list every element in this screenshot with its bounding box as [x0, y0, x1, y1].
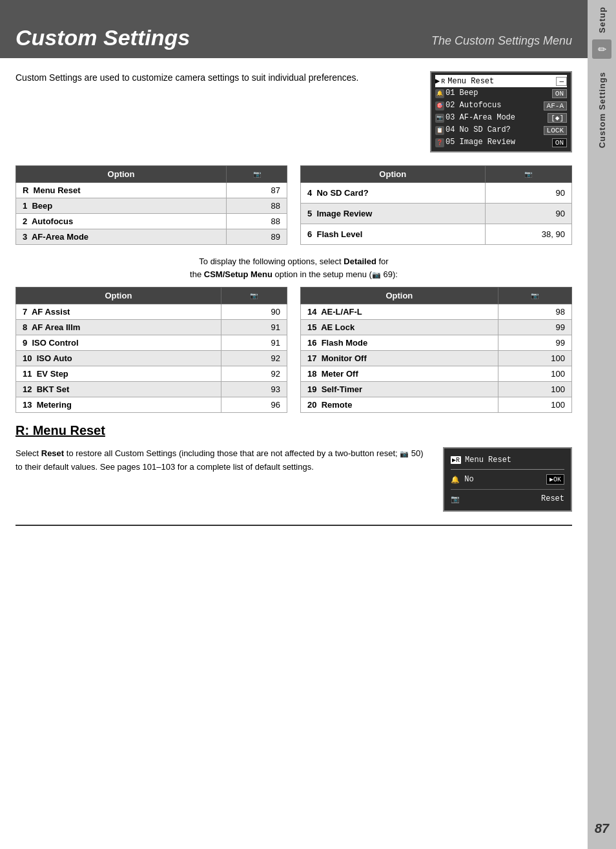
table-row: 1 Beep 88 — [16, 198, 287, 214]
table-row: 8 AF Area Illm 91 — [16, 320, 287, 335]
t3r6-option: 12 BKT Set — [16, 382, 221, 397]
t4r5-page: 100 — [498, 366, 571, 382]
t4r2-option: 15 AE Lock — [301, 320, 498, 335]
intro-section: Custom Settings are used to customize ca… — [15, 71, 572, 152]
t4r1-page: 98 — [498, 304, 571, 320]
table-row: 16 Flash Mode 99 — [301, 335, 572, 351]
section-divider — [15, 525, 572, 526]
table-row: 7 AF Assist 90 — [16, 304, 287, 320]
table3-header-icon: 📷 — [221, 288, 287, 304]
tables-row-1: Option 📷 R Menu Reset 87 1 Beep 88 2 Aut — [15, 165, 572, 245]
table2-row1-option: 4 No SD Card? — [301, 183, 486, 204]
table1-header-icon: 📷 — [227, 166, 287, 183]
table-row: 15 AE Lock 99 — [301, 320, 572, 335]
t3r5-option: 11 EV Step — [16, 366, 221, 382]
t3r7-option: 13 Metering — [16, 397, 221, 413]
table2-row2-option: 5 Image Review — [301, 204, 486, 224]
option-table-1: Option 📷 R Menu Reset 87 1 Beep 88 2 Aut — [15, 165, 287, 245]
table-row: 12 BKT Set 93 — [16, 382, 287, 397]
reset-menu-reset-row: 📷 Reset — [451, 492, 564, 505]
table4-header-option: Option — [301, 288, 498, 304]
t4r6-page: 100 — [498, 382, 571, 397]
t3r2-page: 91 — [221, 320, 287, 335]
reset-menu-no-row: 🔔 No ▶OK — [451, 472, 564, 487]
t3r4-option: 10 ISO Auto — [16, 351, 221, 366]
option-table-4: Option 📷 14 AE-L/AF-L 98 15 AE Lock 99 1… — [300, 287, 572, 413]
table-row: 20 Remote 100 — [301, 397, 572, 413]
t3r5-page: 92 — [221, 366, 287, 382]
page-subtitle: The Custom Settings Menu — [431, 34, 572, 50]
t3r6-page: 93 — [221, 382, 287, 397]
camera-menu-row-3: 📷03 AF-Area Mode [◆] — [435, 112, 567, 124]
t4r4-page: 100 — [498, 351, 571, 366]
table-row: 17 Monitor Off 100 — [301, 351, 572, 366]
table-row: 10 ISO Auto 92 — [16, 351, 287, 366]
right-sidebar: Setup ✏ Custom Settings 87 — [588, 0, 616, 849]
reset-menu-title-row: ▶R Menu Reset — [451, 454, 564, 466]
menu-reset-section: Select Reset to restore all Custom Setti… — [15, 447, 572, 512]
option-table-2: Option 📷 4 No SD Card? 90 5 Image Review… — [300, 165, 572, 245]
page-number: 87 — [595, 821, 609, 836]
table-row: 2 Autofocus 88 — [16, 214, 287, 229]
t4r1-option: 14 AE-L/AF-L — [301, 304, 498, 320]
table-row: 13 Metering 96 — [16, 397, 287, 413]
table-row: 14 AE-L/AF-L 98 — [301, 304, 572, 320]
sidebar-setup-label: Setup — [597, 6, 607, 33]
camera-menu-row-0: ▶RMenu Reset — — [435, 75, 567, 87]
table1-row3-option: 2 Autofocus — [16, 214, 227, 229]
table-row: 19 Self-Timer 100 — [301, 382, 572, 397]
t4r3-option: 16 Flash Mode — [301, 335, 498, 351]
table1-row4-page: 89 — [227, 229, 287, 245]
table1-row1-page: 87 — [227, 183, 287, 198]
sidebar-custom-label: Custom Settings — [597, 72, 607, 148]
camera-menu-row-4: 📋04 No SD Card? LOCK — [435, 124, 567, 136]
table4-header-icon: 📷 — [498, 288, 571, 304]
table-row: 9 ISO Control 91 — [16, 335, 287, 351]
t3r3-option: 9 ISO Control — [16, 335, 221, 351]
table1-row3-page: 88 — [227, 214, 287, 229]
menu-reset-heading: R: Menu Reset — [15, 423, 572, 441]
camera-menu-display: ▶RMenu Reset — 🔔01 Beep ON 🎯02 Autofocus… — [430, 71, 572, 152]
t4r7-page: 100 — [498, 397, 571, 413]
option-table-3: Option 📷 7 AF Assist 90 8 AF Area Illm 9… — [15, 287, 287, 413]
table1-header-option: Option — [16, 166, 227, 183]
reset-no-label: No — [460, 475, 474, 484]
t3r4-page: 92 — [221, 351, 287, 366]
reset-menu-display: ▶R Menu Reset 🔔 No ▶OK 📷 Reset — [443, 447, 572, 512]
t4r7-option: 20 Remote — [301, 397, 498, 413]
table2-row3-option: 6 Flash Level — [301, 224, 486, 245]
t4r6-option: 19 Self-Timer — [301, 382, 498, 397]
table2-row1-page: 90 — [485, 183, 571, 204]
intro-text: Custom Settings are used to customize ca… — [15, 71, 417, 85]
table-row: 18 Meter Off 100 — [301, 366, 572, 382]
detailed-description: To display the following options, select… — [15, 255, 572, 280]
t4r3-page: 99 — [498, 335, 571, 351]
page-title: Custom Settings — [15, 25, 190, 50]
pencil-icon: ✏ — [592, 39, 611, 59]
table2-header-option: Option — [301, 166, 486, 183]
tables-row-2: Option 📷 7 AF Assist 90 8 AF Area Illm 9… — [15, 287, 572, 413]
camera-menu-row-1: 🔔01 Beep ON — [435, 87, 567, 100]
menu-reset-text: Select Reset to restore all Custom Setti… — [15, 447, 430, 474]
t3r1-option: 7 AF Assist — [16, 304, 221, 320]
table-row: 3 AF-Area Mode 89 — [16, 229, 287, 245]
table-row: 4 No SD Card? 90 — [301, 183, 572, 204]
t4r2-page: 99 — [498, 320, 571, 335]
table-row: R Menu Reset 87 — [16, 183, 287, 198]
camera-menu-row-2: 🎯02 Autofocus AF-A — [435, 100, 567, 112]
reset-no-ok: ▶OK — [546, 474, 564, 485]
table1-row1-option: R Menu Reset — [16, 183, 227, 198]
table2-row3-page: 38, 90 — [485, 224, 571, 245]
table2-row2-page: 90 — [485, 204, 571, 224]
reset-menu-title-text: Menu Reset — [465, 456, 511, 465]
table2-header-icon: 📷 — [485, 166, 571, 183]
t3r2-option: 8 AF Area Illm — [16, 320, 221, 335]
table-row: 5 Image Review 90 — [301, 204, 572, 224]
t3r1-page: 90 — [221, 304, 287, 320]
reset-reset-label: Reset — [537, 494, 564, 503]
header-bar: Custom Settings The Custom Settings Menu — [0, 0, 588, 58]
table1-row2-page: 88 — [227, 198, 287, 214]
camera-menu-row-5: ❓05 Image Review ON — [435, 136, 567, 149]
t4r5-option: 18 Meter Off — [301, 366, 498, 382]
table-row: 6 Flash Level 38, 90 — [301, 224, 572, 245]
